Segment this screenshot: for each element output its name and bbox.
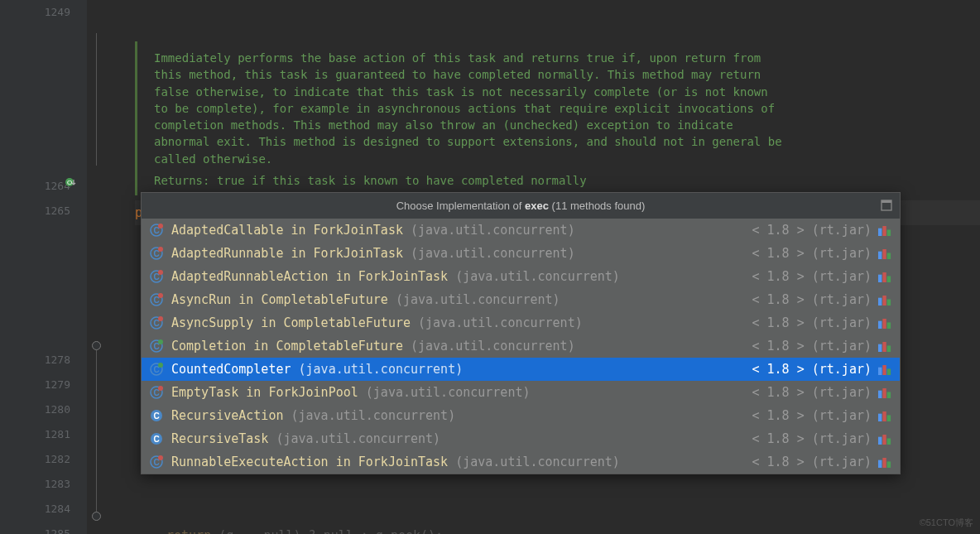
svg-point-12	[158, 247, 163, 252]
popup-item[interactable]: CCountedCompleter (java.util.concurrent)…	[142, 358, 900, 381]
code-line-return[interactable]: return (q == null) ? null : q.peek();	[166, 523, 980, 534]
class-icon: C	[150, 409, 163, 422]
class-icon: C	[150, 247, 163, 260]
popup-item[interactable]: CRecursiveTask (java.util.concurrent)< 1…	[142, 427, 900, 450]
svg-point-64	[158, 455, 163, 460]
svg-point-42	[158, 363, 163, 368]
svg-rect-44	[882, 365, 886, 375]
popup-item-version: < 1.8 > (rt.jar)	[752, 315, 872, 330]
svg-rect-21	[887, 276, 891, 282]
line-number: 1279	[0, 373, 70, 397]
svg-rect-15	[887, 253, 891, 259]
library-icon	[878, 224, 891, 236]
line-number	[0, 124, 70, 149]
class-icon: C	[150, 363, 163, 376]
svg-rect-43	[878, 367, 882, 375]
class-icon: C	[150, 316, 163, 330]
popup-item-label: AsyncSupply in CompletableFuture (java.u…	[171, 315, 752, 330]
svg-rect-60	[882, 435, 886, 445]
line-number	[0, 99, 70, 124]
svg-rect-39	[887, 345, 891, 352]
class-icon: C	[150, 270, 163, 283]
svg-point-30	[158, 316, 163, 321]
svg-rect-25	[878, 297, 882, 305]
popup-item-label: Completion in CompletableFuture (java.ut…	[171, 339, 752, 354]
line-number	[0, 149, 70, 174]
popup-item[interactable]: CRunnableExecuteAction in ForkJoinTask (…	[142, 450, 900, 474]
svg-rect-37	[878, 344, 882, 352]
svg-rect-26	[882, 296, 886, 305]
svg-text:C: C	[153, 435, 159, 444]
svg-rect-55	[882, 411, 886, 421]
popup-item[interactable]: CRecursiveAction (java.util.concurrent)<…	[142, 404, 900, 427]
line-number: 1278	[0, 348, 70, 373]
svg-text:O: O	[67, 179, 72, 186]
svg-rect-19	[878, 274, 882, 282]
svg-rect-13	[878, 251, 882, 259]
svg-rect-8	[882, 226, 886, 236]
line-number: 1284	[0, 497, 70, 522]
svg-rect-9	[887, 229, 891, 236]
line-number	[0, 50, 70, 75]
svg-text:C: C	[153, 411, 159, 421]
popup-item[interactable]: CAdaptedRunnableAction in ForkJoinTask (…	[142, 265, 900, 288]
svg-rect-67	[887, 461, 891, 468]
library-icon	[878, 294, 891, 305]
line-number: 1281	[0, 422, 70, 447]
popup-item[interactable]: CAsyncSupply in CompletableFuture (java.…	[142, 311, 900, 334]
library-icon	[878, 433, 891, 445]
svg-point-18	[158, 270, 163, 275]
svg-rect-27	[887, 299, 891, 305]
svg-point-48	[158, 386, 163, 391]
popup-item-label: CountedCompleter (java.util.concurrent)	[171, 362, 752, 377]
popup-title: Choose Implementation of exec (11 method…	[142, 193, 900, 219]
popup-item[interactable]: CCompletion in CompletableFuture (java.u…	[142, 334, 900, 358]
implementation-chooser-popup: Choose Implementation of exec (11 method…	[141, 192, 901, 474]
javadoc-block: Immediately performs the base action of …	[135, 41, 980, 195]
popup-item[interactable]: CAsyncRun in CompletableFuture (java.uti…	[142, 288, 900, 311]
line-number	[0, 224, 70, 248]
svg-rect-59	[878, 436, 882, 445]
svg-rect-31	[878, 320, 882, 329]
svg-rect-14	[882, 249, 886, 259]
javadoc-body: Immediately performs the base action of …	[154, 50, 783, 167]
pin-popup-icon[interactable]	[880, 199, 893, 212]
line-number: 1283	[0, 472, 70, 497]
line-number: 1282	[0, 447, 70, 472]
library-icon	[878, 271, 891, 282]
popup-item-version: < 1.8 > (rt.jar)	[752, 269, 872, 284]
popup-item-version: < 1.8 > (rt.jar)	[752, 246, 872, 261]
class-icon: C	[150, 455, 163, 469]
popup-item-label: AdaptedRunnableAction in ForkJoinTask (j…	[171, 269, 752, 284]
class-icon: C	[150, 432, 163, 445]
popup-item[interactable]: CEmptyTask in ForkJoinPool (java.util.co…	[142, 381, 900, 404]
svg-rect-56	[887, 415, 891, 421]
line-number: 1280	[0, 397, 70, 422]
popup-item-label: AdaptedCallable in ForkJoinTask (java.ut…	[171, 223, 752, 238]
library-icon	[878, 340, 891, 352]
line-number: 1265	[0, 199, 70, 224]
svg-rect-33	[887, 322, 891, 329]
svg-point-24	[158, 293, 163, 298]
svg-rect-45	[887, 368, 891, 375]
popup-item[interactable]: CAdaptedCallable in ForkJoinTask (java.u…	[142, 219, 900, 242]
javadoc-returns: Returns: true if this task is known to h…	[154, 174, 980, 187]
popup-item-label: RecursiveTask (java.util.concurrent)	[171, 431, 752, 446]
popup-item-version: < 1.8 > (rt.jar)	[752, 362, 872, 377]
svg-rect-7	[878, 228, 882, 236]
popup-list: CAdaptedCallable in ForkJoinTask (java.u…	[142, 219, 900, 474]
class-icon: C	[150, 293, 163, 306]
popup-item-version: < 1.8 > (rt.jar)	[752, 292, 872, 307]
svg-rect-51	[887, 392, 891, 398]
popup-item-label: AsyncRun in CompletableFuture (java.util…	[171, 292, 752, 307]
line-number	[0, 273, 70, 298]
override-gutter-icon[interactable]: O	[65, 176, 76, 188]
svg-rect-3	[882, 200, 891, 203]
line-number	[0, 248, 70, 273]
watermark: ©51CTO博客	[920, 517, 973, 529]
svg-rect-61	[887, 438, 891, 445]
svg-rect-66	[882, 458, 886, 468]
line-number: 1264 O	[0, 174, 70, 199]
popup-item[interactable]: CAdaptedRunnable in ForkJoinTask (java.u…	[142, 242, 900, 265]
class-icon: C	[150, 386, 163, 399]
